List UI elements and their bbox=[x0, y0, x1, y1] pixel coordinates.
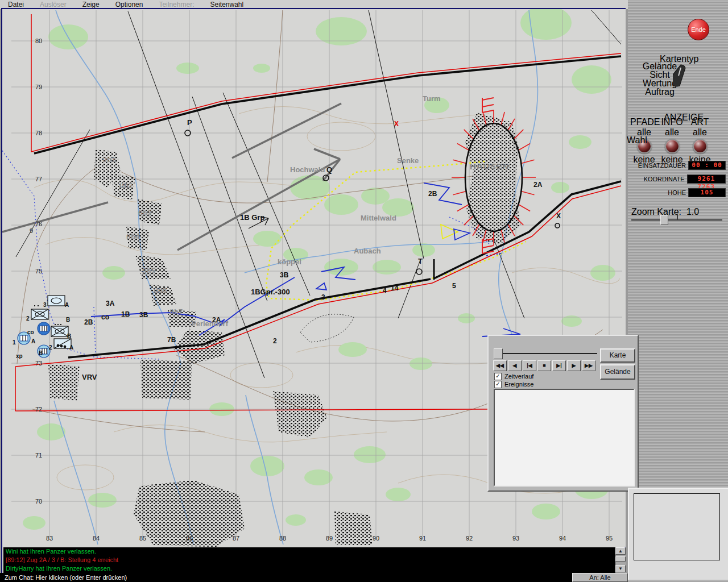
svg-text:3A: 3A bbox=[106, 300, 115, 307]
svg-text:2: 2 bbox=[26, 315, 30, 322]
svg-text:84: 84 bbox=[93, 535, 100, 542]
scroll-down-icon[interactable]: ▼ bbox=[615, 565, 626, 572]
transport-button-5[interactable]: ▶ bbox=[567, 360, 581, 371]
svg-text:1B: 1B bbox=[121, 310, 130, 318]
svg-text:91: 91 bbox=[419, 535, 426, 542]
svg-text:üb5: üb5 bbox=[142, 267, 155, 275]
readout-value: 9261 7263 bbox=[687, 174, 726, 184]
checkbox-row-ereignisse[interactable]: ✓Ereignisse bbox=[494, 380, 533, 388]
svg-text:co: co bbox=[27, 329, 34, 335]
svg-text:3B: 3B bbox=[280, 271, 289, 279]
svg-text:90: 90 bbox=[373, 535, 379, 542]
chat-scrollbar[interactable]: ▲ ▼ bbox=[615, 547, 626, 573]
svg-text:3B: 3B bbox=[139, 311, 148, 319]
transport-button-4[interactable]: ▶| bbox=[552, 360, 566, 371]
knob-top-label: alle bbox=[686, 127, 714, 138]
svg-text:üb7: üb7 bbox=[169, 307, 183, 316]
chat-prompt[interactable]: Zum Chat: Hier klicken (oder Enter drück… bbox=[5, 574, 127, 581]
svg-text:76: 76 bbox=[35, 221, 42, 227]
menu-item-zeige[interactable]: Zeige bbox=[75, 1, 107, 9]
svg-text:1B Grp: 1B Grp bbox=[240, 213, 264, 222]
transport-button-3[interactable]: ■ bbox=[537, 360, 551, 371]
transport-button-6[interactable]: ▶▶ bbox=[582, 360, 595, 371]
svg-text:B: B bbox=[67, 333, 71, 339]
svg-text:üb1: üb1 bbox=[102, 155, 115, 164]
scroll-up-icon[interactable]: ▲ bbox=[615, 547, 626, 555]
svg-text:T: T bbox=[418, 257, 423, 265]
svg-text:Turm: Turm bbox=[423, 94, 441, 103]
menu-item-seitenwahl[interactable]: Seitenwahl bbox=[202, 1, 251, 9]
wahl-label: Wahl bbox=[627, 135, 647, 146]
svg-text:Mittelwald: Mittelwald bbox=[361, 214, 396, 222]
svg-text:75: 75 bbox=[35, 268, 42, 275]
svg-text:14: 14 bbox=[391, 284, 399, 292]
svg-text:VRV: VRV bbox=[82, 373, 97, 381]
svg-text:köppel: köppel bbox=[278, 257, 301, 266]
ende-button[interactable]: Ende bbox=[688, 19, 709, 40]
readout-value: 105 bbox=[688, 188, 726, 197]
chat-recipient-button[interactable]: An: Alle bbox=[572, 573, 628, 582]
zoom-slider-tick bbox=[677, 214, 678, 219]
bottom-right-inner-box bbox=[634, 493, 720, 560]
readout-value: 00 : 00 bbox=[688, 161, 726, 170]
scroll-thumb[interactable] bbox=[615, 556, 626, 562]
zoom-slider-track[interactable] bbox=[631, 219, 722, 221]
time-slider-track[interactable] bbox=[495, 353, 597, 354]
checkbox-zeitverlauf[interactable]: ✓ bbox=[494, 373, 502, 380]
transport-button-0[interactable]: ◀◀ bbox=[493, 360, 507, 371]
svg-text:2B: 2B bbox=[428, 190, 437, 198]
svg-text:P: P bbox=[187, 118, 192, 127]
time-slider-thumb[interactable] bbox=[494, 348, 503, 359]
svg-text:Aubach: Aubach bbox=[354, 247, 381, 255]
svg-text:5: 5 bbox=[452, 282, 456, 290]
chat-prompt-bar[interactable]: Zum Chat: Hier klicken (oder Enter drück… bbox=[0, 573, 628, 582]
knob-art[interactable] bbox=[693, 139, 708, 153]
knob-name: INFO bbox=[658, 117, 686, 127]
readout-koordinate: KOORDINATE9261 7263 bbox=[628, 174, 726, 184]
zoom-slider-thumb[interactable] bbox=[660, 215, 668, 225]
checkbox-ereignisse[interactable]: ✓ bbox=[494, 381, 502, 388]
svg-text:X: X bbox=[556, 212, 561, 220]
svg-text:4: 4 bbox=[383, 286, 387, 294]
readout-label: KOORDINATE bbox=[628, 176, 687, 182]
svg-text:86: 86 bbox=[186, 535, 193, 542]
menu-item-optionen[interactable]: Optionen bbox=[107, 1, 151, 9]
svg-text:Senke: Senke bbox=[397, 156, 419, 165]
svg-text:1: 1 bbox=[13, 339, 16, 346]
svg-text:üb4: üb4 bbox=[126, 232, 140, 241]
menu-item-datei[interactable]: Datei bbox=[0, 1, 32, 9]
svg-text:89: 89 bbox=[326, 535, 333, 542]
svg-text:2B: 2B bbox=[84, 318, 93, 326]
transport-button-1[interactable]: ◀ bbox=[508, 360, 522, 371]
svg-text:79: 79 bbox=[35, 84, 42, 90]
svg-text:83: 83 bbox=[46, 535, 53, 542]
knob-info[interactable] bbox=[665, 139, 680, 153]
checkbox-row-zeitverlauf[interactable]: ✓Zeitverlauf bbox=[494, 372, 533, 380]
chat-line: [89:12] Zug 2A / 3 / B: Stellung 4 errei… bbox=[6, 556, 615, 564]
menu-item-auslser: Auslöser bbox=[32, 1, 75, 9]
kartentyp-knob-pointer[interactable] bbox=[673, 64, 696, 90]
svg-text:9: 9 bbox=[30, 227, 33, 234]
transport-button-2[interactable]: |◀ bbox=[523, 360, 536, 371]
svg-text:2: 2 bbox=[273, 337, 277, 345]
svg-text:xp: xp bbox=[16, 353, 23, 359]
svg-text:Periendorf: Periendorf bbox=[191, 319, 229, 328]
replay-panel: ◀◀◀|◀■▶|▶▶▶ Karte Gelände ✓Zeitverlauf✓E… bbox=[487, 335, 639, 492]
svg-text:co: co bbox=[101, 313, 109, 321]
svg-text:X: X bbox=[394, 120, 399, 128]
anzeige-column-art: ARTallekeine bbox=[686, 117, 714, 165]
svg-text:94: 94 bbox=[559, 535, 566, 542]
svg-text:78: 78 bbox=[35, 130, 42, 136]
svg-text:üb2: üb2 bbox=[119, 181, 133, 190]
svg-text:1BGpr.-300: 1BGpr.-300 bbox=[251, 288, 290, 296]
svg-text:A: A bbox=[31, 338, 35, 344]
svg-text:üb6: üb6 bbox=[154, 286, 167, 294]
svg-text:2A: 2A bbox=[212, 316, 221, 324]
chat-log[interactable]: Wini hat Ihren Panzer verlassen.[89:12] … bbox=[3, 547, 615, 573]
svg-text:2A: 2A bbox=[533, 181, 543, 189]
svg-text:92: 92 bbox=[466, 535, 473, 542]
karte-button[interactable]: Karte bbox=[600, 348, 635, 363]
transport-controls: ◀◀◀|◀■▶|▶▶▶ bbox=[493, 360, 595, 371]
gelaende-button[interactable]: Gelände bbox=[600, 364, 635, 380]
event-listbox[interactable] bbox=[494, 389, 635, 487]
